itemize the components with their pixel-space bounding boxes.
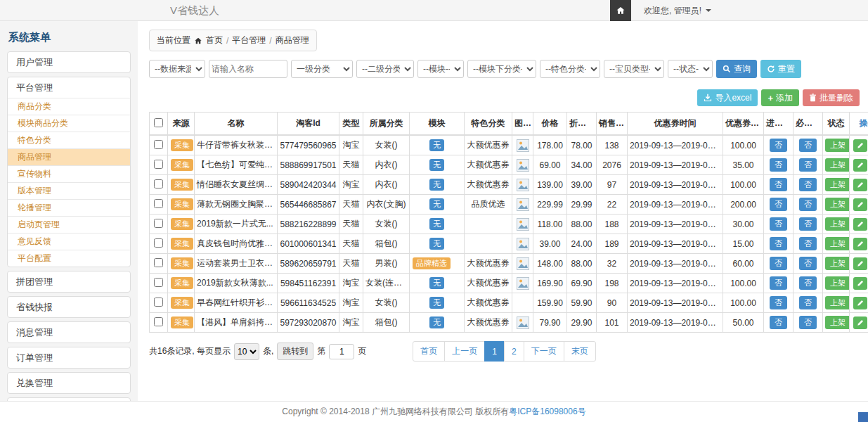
sidebar-subitem[interactable]: 平台配置	[8, 250, 130, 267]
sidebar-item[interactable]: 省钱快报	[8, 297, 130, 317]
status-toggle[interactable]: 上架	[825, 139, 850, 152]
filter-select-module-subcategory[interactable]: --模块下分类--	[467, 60, 536, 78]
jump-page-input[interactable]	[329, 344, 354, 359]
row-checkbox[interactable]	[154, 219, 163, 228]
page-button-2[interactable]: 1	[484, 341, 505, 362]
edit-button[interactable]	[853, 316, 867, 329]
name-search-input[interactable]	[209, 60, 287, 78]
sidebar-item[interactable]: 消息管理	[8, 322, 130, 343]
import-optional-toggle[interactable]: 否	[770, 276, 787, 290]
edit-button[interactable]	[853, 277, 867, 290]
corner-widget[interactable]	[858, 412, 868, 422]
edit-button[interactable]	[853, 238, 867, 250]
status-toggle[interactable]: 上架	[825, 316, 850, 329]
edit-button[interactable]	[853, 179, 867, 191]
must-buy-toggle[interactable]: 否	[799, 178, 817, 191]
row-checkbox[interactable]	[154, 179, 163, 188]
page-button-0[interactable]: 首页	[413, 341, 445, 362]
row-checkbox[interactable]	[154, 199, 163, 208]
user-menu[interactable]: 欢迎您, 管理员!	[644, 5, 711, 17]
must-buy-toggle[interactable]: 否	[799, 257, 817, 270]
status-toggle[interactable]: 上架	[825, 178, 850, 191]
import-optional-toggle[interactable]: 否	[770, 296, 787, 309]
breadcrumb-home-link[interactable]: 首页	[206, 34, 223, 46]
row-checkbox[interactable]	[154, 298, 163, 307]
sidebar-subitem[interactable]: 宣传物料	[8, 165, 130, 182]
import-optional-toggle[interactable]: 否	[770, 178, 787, 191]
jump-button[interactable]: 跳转到	[277, 343, 313, 360]
status-toggle[interactable]: 上架	[825, 198, 850, 211]
must-buy-toggle[interactable]: 否	[799, 198, 817, 211]
filter-select-status[interactable]: --状态--	[668, 60, 713, 78]
status-toggle[interactable]: 上架	[825, 296, 850, 309]
filter-select-data-source[interactable]: --数据来源--	[149, 60, 205, 78]
sidebar-item[interactable]: 订单管理	[8, 347, 130, 368]
filter-select-feature-category[interactable]: --特色分类--	[540, 60, 600, 78]
row-checkbox[interactable]	[154, 238, 163, 248]
sidebar-subitem[interactable]: 商品分类	[8, 98, 130, 115]
icp-link[interactable]: 粤ICP备16098006号	[509, 406, 585, 418]
edit-button[interactable]	[853, 218, 867, 231]
status-toggle[interactable]: 上架	[825, 257, 850, 270]
column-header: 来源	[168, 113, 195, 136]
row-checkbox[interactable]	[154, 278, 163, 287]
import-optional-toggle[interactable]: 否	[770, 257, 787, 270]
import-optional-toggle[interactable]: 否	[770, 198, 787, 211]
home-button[interactable]	[610, 0, 631, 21]
sidebar-item[interactable]: 平台管理	[8, 77, 130, 98]
select-all-checkbox[interactable]	[154, 118, 163, 127]
must-buy-toggle[interactable]: 否	[799, 139, 817, 152]
status-toggle[interactable]: 上架	[825, 276, 850, 290]
sidebar-subitem[interactable]: 启动页管理	[8, 216, 130, 233]
must-buy-toggle[interactable]: 否	[799, 316, 817, 329]
import-optional-toggle[interactable]: 否	[770, 139, 787, 152]
filter-select-item-type[interactable]: --宝贝类型--	[604, 60, 664, 78]
sidebar-subitem[interactable]: 轮播管理	[8, 199, 130, 216]
row-checkbox[interactable]	[154, 160, 163, 169]
must-buy-toggle[interactable]: 否	[799, 276, 817, 290]
page-button-1[interactable]: 上一页	[444, 341, 485, 362]
import-optional-toggle[interactable]: 否	[770, 158, 787, 172]
import-excel-button[interactable]: 导入excel	[697, 89, 758, 106]
sidebar-item[interactable]: 兑换管理	[8, 373, 130, 393]
batch-delete-button[interactable]: 批量删除	[803, 89, 860, 106]
status-toggle[interactable]: 上架	[825, 217, 850, 231]
edit-button[interactable]	[853, 159, 867, 172]
must-buy-toggle[interactable]: 否	[799, 158, 817, 172]
edit-button[interactable]	[853, 139, 867, 152]
row-checkbox[interactable]	[154, 258, 163, 267]
sidebar-item[interactable]: 拼团管理	[8, 271, 130, 292]
reset-button[interactable]: 重置	[760, 60, 801, 78]
import-optional-toggle[interactable]: 否	[770, 316, 787, 329]
filter-select-level2-category[interactable]: --二级分类--	[356, 60, 414, 78]
column-header: 类型	[339, 113, 363, 136]
cell-category: 内衣()	[363, 155, 410, 175]
sidebar-subitem[interactable]: 模块商品分类	[8, 115, 130, 132]
search-button[interactable]: 查询	[716, 60, 757, 78]
add-button[interactable]: + 添加	[761, 89, 799, 106]
page-size-select[interactable]: 10	[234, 343, 259, 360]
edit-button[interactable]	[853, 297, 867, 309]
must-buy-toggle[interactable]: 否	[799, 217, 817, 231]
edit-button[interactable]	[853, 257, 867, 270]
filter-select-level1-category[interactable]: 一级分类	[291, 60, 353, 78]
page-button-5[interactable]: 末页	[564, 341, 596, 362]
status-toggle[interactable]: 上架	[825, 158, 850, 172]
sidebar-subitem[interactable]: 商品管理	[8, 148, 130, 165]
must-buy-toggle[interactable]: 否	[799, 296, 817, 309]
status-toggle[interactable]: 上架	[825, 237, 850, 250]
edit-button[interactable]	[853, 198, 867, 211]
page-button-4[interactable]: 下一页	[524, 341, 564, 362]
import-optional-toggle[interactable]: 否	[770, 217, 787, 231]
sidebar-subitem[interactable]: 特色分类	[8, 132, 130, 148]
must-buy-toggle[interactable]: 否	[799, 237, 817, 250]
filter-select-module[interactable]: --模块--	[417, 60, 464, 78]
row-checkbox[interactable]	[154, 140, 163, 149]
row-checkbox[interactable]	[154, 317, 163, 326]
home-icon	[616, 6, 626, 15]
page-button-3[interactable]: 2	[504, 341, 524, 362]
sidebar-item[interactable]: 用户管理	[8, 52, 130, 72]
sidebar-subitem[interactable]: 版本管理	[8, 182, 130, 199]
import-optional-toggle[interactable]: 否	[770, 237, 787, 250]
sidebar-subitem[interactable]: 意见反馈	[8, 233, 130, 250]
